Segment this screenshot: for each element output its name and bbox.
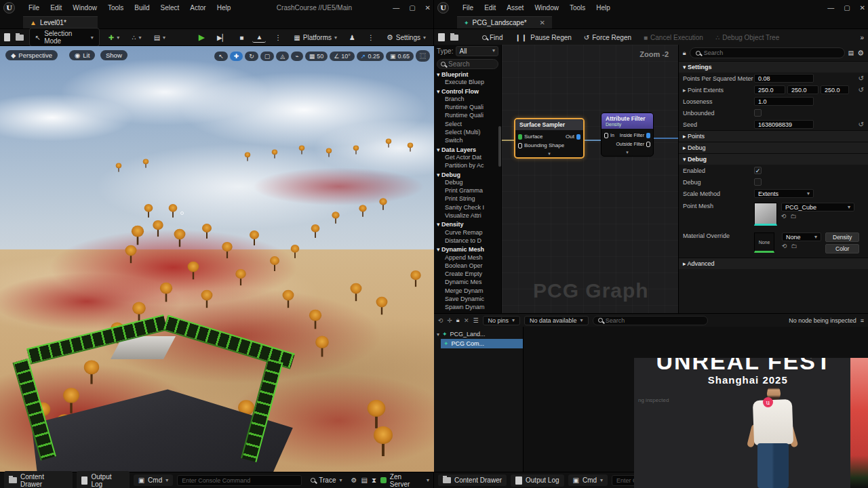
palette-node-item[interactable]: Switch <box>434 137 501 145</box>
more-options-icon[interactable]: ⋮ <box>364 33 378 43</box>
palette-node-item[interactable]: Boolean Oper <box>434 262 501 270</box>
grid-snap-button[interactable]: ▦50 <box>305 52 328 61</box>
menu-file[interactable]: File <box>462 4 473 12</box>
output-log-button[interactable]: Output Log <box>511 474 564 487</box>
no-pins-dropdown[interactable]: No pins▾ <box>483 316 521 325</box>
no-data-dropdown[interactable]: No data available▾ <box>524 316 589 325</box>
lock-icon[interactable]: 🔒︎ <box>456 317 460 324</box>
density-button[interactable]: Density <box>825 232 859 242</box>
section-debug-collapsed[interactable]: ▸ Debug <box>679 142 868 153</box>
palette-category[interactable]: ▾ Density <box>434 220 501 228</box>
palette-node-item[interactable]: Save Dynamic <box>434 296 501 304</box>
in-pin-icon[interactable] <box>604 133 608 138</box>
selection-mode-dropdown[interactable]: ↖ Selection Mode ▾ <box>29 28 100 47</box>
node-surface-sampler[interactable]: Surface Sampler Surface Out Bounding Sha… <box>514 118 585 159</box>
details-settings-icon[interactable]: ⚙ <box>857 49 864 58</box>
maximize-button[interactable]: ▢ <box>844 4 850 12</box>
palette-scrollbar[interactable] <box>498 126 501 167</box>
lock-icon[interactable]: 🔒︎ <box>683 49 686 57</box>
material-override-thumbnail[interactable]: None <box>754 232 774 253</box>
close-button[interactable]: ✕ <box>860 4 865 12</box>
scale-snap-button[interactable]: ↗0.25 <box>357 52 384 61</box>
section-debug[interactable]: ▾ Debug <box>679 153 868 165</box>
details-search-input[interactable]: Search <box>690 47 845 58</box>
trace-dropdown[interactable]: Trace▾ <box>306 474 347 486</box>
section-settings[interactable]: ▾ Settings <box>679 61 868 73</box>
close-button[interactable]: ✕ <box>425 4 431 12</box>
menu-asset[interactable]: Asset <box>507 4 524 12</box>
rotate-tool[interactable]: ↻ <box>245 52 258 61</box>
out-pin-icon[interactable] <box>576 134 580 140</box>
output-log-button[interactable]: Output Log <box>77 471 130 488</box>
browse-to-asset-icon[interactable]: 🗀 <box>791 213 797 220</box>
palette-category[interactable]: ▾ Dynamic Mesh <box>434 245 501 253</box>
derived-data-icon[interactable]: ⚙ <box>351 476 357 484</box>
surface-snap-toggle[interactable]: ⌁ <box>291 52 302 61</box>
material-override-dropdown[interactable]: None▾ <box>782 232 821 241</box>
browse-icon[interactable] <box>450 35 458 41</box>
palette-node-item[interactable]: Sanity Check I <box>434 204 501 212</box>
focus-icon[interactable]: ✛ <box>448 317 453 324</box>
menu-tools[interactable]: Tools <box>570 4 585 12</box>
rotation-snap-button[interactable]: ∠10° <box>330 52 355 61</box>
content-drawer-button[interactable]: Content Drawer <box>438 474 507 486</box>
menu-help[interactable]: Help <box>217 4 231 12</box>
content-drawer-button[interactable]: Content Drawer <box>4 471 73 488</box>
enabled-checkbox[interactable]: ✓ <box>754 167 762 174</box>
palette-node-item[interactable]: Runtime Quali <box>434 112 501 120</box>
debug-icon[interactable]: ♟ <box>346 33 359 43</box>
palette-node-item[interactable]: Dynamic Mes <box>434 279 501 287</box>
outside-filter-pin-icon[interactable] <box>646 142 650 147</box>
menu-icon[interactable]: ≡ <box>861 317 864 324</box>
minimize-button[interactable]: — <box>393 4 399 12</box>
revert-icon[interactable]: ↺ <box>859 75 864 82</box>
extents-z-input[interactable]: 250.0 <box>821 85 849 94</box>
platforms-dropdown[interactable]: ▦ Platforms ▾ <box>290 33 340 43</box>
tab-pcg-landscape[interactable]: ✦ PCG_Landscape* ✕ <box>457 16 552 28</box>
palette-node-item[interactable]: Select <box>434 121 501 129</box>
cmd-dropdown[interactable]: ▣Cmd▾ <box>568 474 608 486</box>
menu-window[interactable]: Window <box>73 4 97 12</box>
palette-node-item[interactable]: Merge Dynam <box>434 287 501 296</box>
force-regen-button[interactable]: ↺Force Regen <box>580 33 635 43</box>
perspective-dropdown[interactable]: ◆ Perspective <box>5 50 58 60</box>
play-options-icon[interactable]: ⋮ <box>271 33 285 43</box>
save-icon[interactable] <box>438 33 445 41</box>
display-filter-icon[interactable]: ▤ <box>848 49 854 56</box>
palette-node-item[interactable]: Select (Multi) <box>434 129 501 137</box>
menu-window[interactable]: Window <box>534 4 559 12</box>
tree-root-pcg-land[interactable]: ▾✦ PCG_Land... <box>434 329 523 339</box>
palette-category[interactable]: ▾ Control Flow <box>434 87 501 96</box>
node-collapse-chevron[interactable]: ▾ <box>515 151 583 157</box>
pcg-graph-canvas[interactable]: Zoom -2 PCG Graph Surface Sampler Surfac… <box>502 45 678 313</box>
palette-category[interactable]: ▾ Debug <box>434 171 501 179</box>
scale-tool[interactable]: ▢ <box>260 52 275 61</box>
toolbar-overflow-icon[interactable]: » <box>860 34 864 41</box>
surface-pin-icon[interactable] <box>518 134 522 140</box>
palette-node-item[interactable]: Get Actor Dat <box>434 154 501 162</box>
tab-close-icon[interactable]: ✕ <box>540 19 545 26</box>
palette-node-item[interactable]: Partition by Ac <box>434 162 501 170</box>
menu-edit[interactable]: Edit <box>484 4 496 12</box>
add-actor-dropdown[interactable]: ✚▾ <box>105 33 123 43</box>
minimize-button[interactable]: — <box>827 4 834 12</box>
palette-node-item[interactable]: Print Gramma <box>434 187 501 195</box>
inside-filter-pin-icon[interactable] <box>646 133 650 138</box>
palette-category[interactable]: ▾ Data Layers <box>434 146 501 154</box>
menu-help[interactable]: Help <box>596 4 610 12</box>
bounding-shape-pin-icon[interactable] <box>518 143 522 148</box>
filter-icon[interactable]: ☰ <box>473 317 478 324</box>
cmd-dropdown[interactable]: ▣Cmd▾ <box>134 474 174 486</box>
blueprints-dropdown[interactable]: ∴▾ <box>128 33 144 43</box>
palette-node-item[interactable]: Visualize Attri <box>434 212 501 220</box>
scale-method-dropdown[interactable]: Extents▾ <box>754 189 814 198</box>
lit-dropdown[interactable]: ◉ Lit <box>69 50 95 60</box>
extents-y-input[interactable]: 250.0 <box>787 85 818 94</box>
stop-button[interactable]: ■ <box>236 33 247 43</box>
palette-node-item[interactable]: Spawn Dynam <box>434 304 501 312</box>
menu-file[interactable]: File <box>28 4 39 12</box>
point-mesh-dropdown[interactable]: PCG_Cube▾ <box>781 203 854 211</box>
section-points[interactable]: ▸ Points <box>679 130 868 142</box>
play-button[interactable]: ▶ <box>195 31 208 43</box>
launch-button[interactable]: ▲ <box>252 32 266 43</box>
